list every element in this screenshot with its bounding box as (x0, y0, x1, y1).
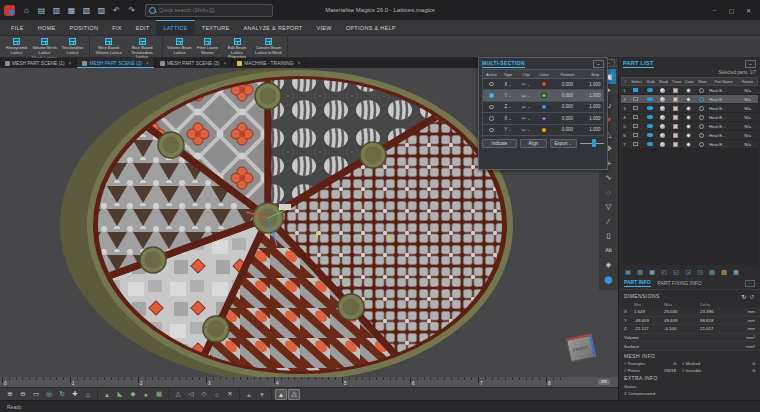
section-position-slider[interactable] (580, 139, 604, 148)
type-dropdown[interactable]: Y⌄ (500, 125, 516, 135)
section-row[interactable]: Z⌄ ✂⌄ 0.000 1.000 (482, 102, 604, 113)
shade-icon[interactable] (660, 142, 665, 147)
indicate-button[interactable]: Indicate (482, 139, 517, 148)
close-button[interactable]: ✕ (741, 4, 756, 17)
select-checkbox[interactable] (633, 124, 638, 129)
tab-home[interactable]: HOME (31, 20, 63, 35)
slice-based-volume-lattice-button[interactable]: Slice Based Volume Lattice (93, 37, 124, 60)
search-input[interactable] (159, 7, 269, 13)
tab-analyze-report[interactable]: ANALYZE & REPORT (237, 20, 310, 35)
transparency-icon[interactable] (673, 133, 678, 138)
part-row[interactable]: 4 Heat E... N/a (621, 113, 758, 122)
part-color-swatch[interactable] (686, 88, 691, 93)
select-checkbox[interactable] (633, 88, 638, 93)
unmark-all-icon[interactable]: ✕ (224, 389, 236, 400)
mark-triangle-icon[interactable]: ▲ (101, 389, 113, 400)
volume-mesh-lattice-button[interactable]: Volume Mesh Lattice (31, 37, 58, 55)
import-part-icon[interactable]: ▧ (80, 4, 93, 17)
step-value[interactable]: 1.000 (583, 125, 607, 135)
step-value[interactable]: 1.000 (583, 113, 607, 123)
auto-refresh-icon[interactable]: ↺ (750, 293, 755, 300)
tab-fix[interactable]: FIX (105, 20, 128, 35)
unmark-surface-icon[interactable]: ◇ (198, 389, 210, 400)
tab-options-help[interactable]: OPTIONS & HELP (339, 20, 403, 35)
section-color-swatch[interactable] (541, 93, 547, 99)
shade-icon[interactable] (660, 97, 665, 102)
close-tab-icon[interactable]: × (146, 60, 149, 66)
label-part-icon[interactable]: ▨ (719, 267, 729, 276)
annotate-icon[interactable]: ▯ (601, 229, 616, 244)
slice-based-tetrahedron-lattice-button[interactable]: Slice Based Tetrahedron Lattice (125, 37, 159, 60)
shade-icon[interactable] (660, 124, 665, 129)
visible-eye-icon[interactable] (647, 106, 653, 110)
transparency-icon[interactable] (673, 115, 678, 120)
scene-tab-machine[interactable]: MACHINE - TRAINING× (232, 58, 306, 68)
mirror-icon[interactable]: ◳ (695, 267, 705, 276)
clip-dropdown[interactable]: ✂⌄ (516, 113, 536, 123)
mark-plane-icon[interactable]: ◣ (114, 389, 126, 400)
type-dropdown[interactable]: X⌄ (500, 79, 516, 89)
step-value[interactable]: 1.000 (583, 79, 607, 89)
lasso-icon[interactable]: ◌ (601, 185, 616, 200)
slice-icon[interactable]: ∕ (601, 214, 616, 229)
shade-icon[interactable] (660, 88, 665, 93)
mark-shell-icon[interactable]: ● (140, 389, 152, 400)
scene-tab-1[interactable]: MESH PART SCENE (1)× (0, 58, 77, 68)
step-value[interactable]: 1.000 (583, 102, 607, 112)
part-color-swatch[interactable] (686, 115, 691, 120)
type-dropdown[interactable]: Y⌄ (500, 90, 516, 100)
marking-tool-b-icon[interactable]: △ (288, 389, 300, 400)
position-value[interactable]: 0.000 (552, 102, 583, 112)
export-part-icon[interactable]: ▨ (95, 4, 108, 17)
clip-dropdown[interactable]: ✂⌄ (516, 79, 536, 89)
section-row-active[interactable]: ✓ Y⌄ ✂⌄ 0.000 1.000 (482, 90, 604, 101)
tab-lattice[interactable]: LATTICE (156, 20, 194, 35)
maximize-button[interactable]: ▢ (724, 4, 739, 17)
select-checkbox[interactable] (633, 97, 638, 102)
tab-texture[interactable]: TEXTURE (195, 20, 237, 35)
active-radio[interactable] (489, 116, 494, 121)
tab-part-fixing-info[interactable]: PART FIXING INFO (658, 280, 702, 286)
mark-window-icon[interactable]: ▦ (153, 389, 165, 400)
close-tab-icon[interactable]: × (223, 60, 226, 66)
part-color-swatch[interactable] (686, 142, 691, 147)
open-file-icon[interactable]: ▥ (50, 4, 63, 17)
save-part-icon[interactable]: ▥ (635, 267, 645, 276)
type-dropdown[interactable]: Z⌄ (500, 102, 516, 112)
transparency-icon[interactable] (673, 88, 678, 93)
visible-eye-icon[interactable] (647, 133, 653, 137)
section-color-swatch[interactable] (541, 127, 547, 133)
visible-eye-icon[interactable] (647, 142, 653, 146)
part-color-swatch[interactable] (686, 106, 691, 111)
redo-icon[interactable]: ↷ (125, 4, 138, 17)
part-name[interactable]: Heat E... (708, 140, 737, 148)
minimize-button[interactable]: – (707, 4, 722, 17)
part-list-collapse-button[interactable]: – (745, 60, 756, 68)
unmark-plane-icon[interactable]: ◁ (185, 389, 197, 400)
curve-icon[interactable]: ∿ (601, 171, 616, 186)
active-radio[interactable] (489, 82, 494, 87)
select-checkbox[interactable] (633, 106, 638, 111)
duplicate-icon[interactable]: ▧ (707, 267, 717, 276)
unmark-shell-icon[interactable]: ○ (211, 389, 223, 400)
type-dropdown[interactable]: X⌄ (500, 113, 516, 123)
honeycomb-lattice-button[interactable]: Honeycomb Lattice (3, 37, 30, 55)
shade-icon[interactable] (660, 106, 665, 111)
part-row[interactable]: 5 Heat E... N/a (621, 122, 758, 131)
more-options-button[interactable]: ⋯ (745, 280, 755, 287)
label-icon[interactable]: Ab (601, 243, 616, 258)
step-value[interactable]: 1.000 (583, 90, 607, 100)
scene-tab-2[interactable]: MESH PART SCENE (2)× (77, 58, 154, 68)
shade-icon[interactable] (660, 115, 665, 120)
edit-beam-lattice-properties-button[interactable]: Edit Beam Lattice Properties (222, 37, 252, 60)
rotate-icon[interactable]: ◱ (671, 267, 681, 276)
part-name[interactable]: Heat E... (708, 104, 737, 112)
gear-icon[interactable]: ◈ (601, 258, 616, 273)
part-name[interactable]: Heat E... (708, 86, 737, 94)
part-name[interactable]: Heat E... (708, 113, 737, 121)
refresh-icon[interactable]: ↻ (741, 293, 746, 300)
visible-eye-icon[interactable] (647, 115, 653, 119)
part-row[interactable]: 6 Heat E... N/a (621, 131, 758, 140)
part-name[interactable]: Heat E... (708, 122, 737, 130)
copy-part-icon[interactable]: ▦ (647, 267, 657, 276)
